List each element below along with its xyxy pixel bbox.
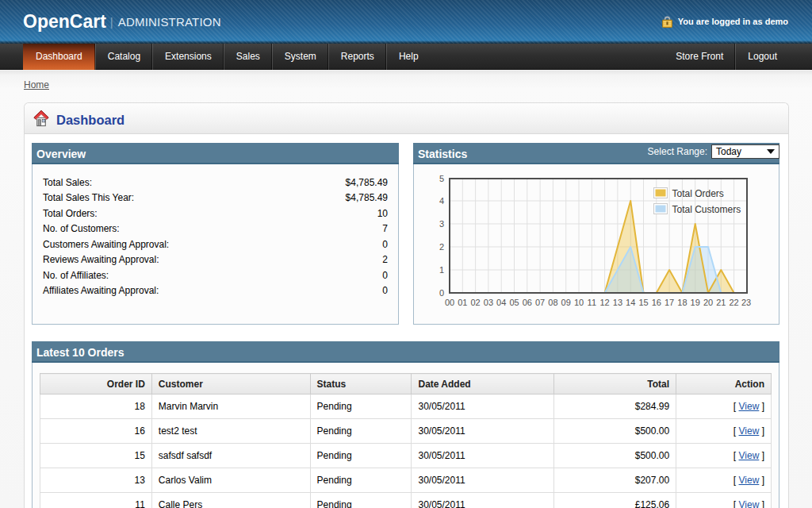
svg-text:22: 22 xyxy=(729,298,738,307)
svg-text:4: 4 xyxy=(439,196,444,206)
svg-text:11: 11 xyxy=(588,298,596,307)
svg-text:12: 12 xyxy=(599,298,609,307)
svg-text:3: 3 xyxy=(439,219,444,229)
svg-text:2: 2 xyxy=(439,242,444,252)
svg-text:Total Customers: Total Customers xyxy=(672,204,741,215)
svg-text:21: 21 xyxy=(716,298,726,307)
svg-text:10: 10 xyxy=(574,298,584,307)
svg-text:19: 19 xyxy=(691,298,700,307)
svg-text:06: 06 xyxy=(523,298,532,307)
svg-text:18: 18 xyxy=(677,298,687,307)
svg-text:13: 13 xyxy=(613,298,622,307)
svg-text:00: 00 xyxy=(445,298,454,307)
svg-text:1: 1 xyxy=(439,265,444,275)
svg-text:20: 20 xyxy=(703,298,713,307)
svg-text:23: 23 xyxy=(741,298,751,307)
svg-text:15: 15 xyxy=(638,298,648,307)
svg-text:05: 05 xyxy=(509,298,519,307)
svg-text:03: 03 xyxy=(484,298,493,307)
svg-text:Total Orders: Total Orders xyxy=(672,188,724,199)
svg-text:5: 5 xyxy=(439,174,444,183)
svg-text:02: 02 xyxy=(470,298,480,307)
svg-text:09: 09 xyxy=(561,298,571,307)
svg-text:16: 16 xyxy=(652,298,661,307)
svg-text:17: 17 xyxy=(665,298,674,307)
svg-text:01: 01 xyxy=(458,298,467,307)
svg-text:04: 04 xyxy=(496,298,506,307)
svg-text:0: 0 xyxy=(439,288,444,298)
svg-text:14: 14 xyxy=(626,298,635,307)
svg-text:07: 07 xyxy=(535,298,545,307)
svg-text:08: 08 xyxy=(548,298,557,307)
